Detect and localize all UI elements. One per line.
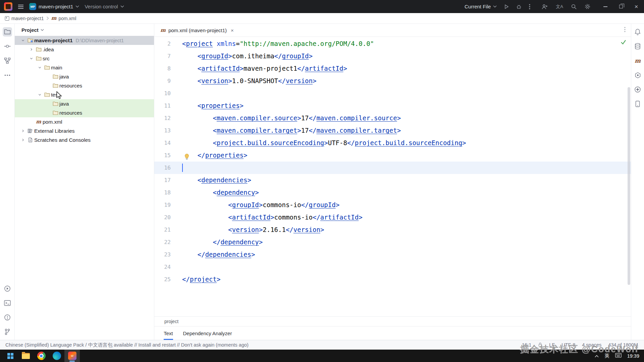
version-control-icon[interactable] — [3, 327, 12, 337]
problems-icon[interactable] — [3, 313, 12, 322]
settings-gear-icon[interactable] — [585, 4, 590, 9]
memory-indicator[interactable]: 434 of 1800M — [608, 342, 638, 348]
file-encoding[interactable]: UTF-8 — [561, 342, 575, 348]
tree-item-java[interactable]: java — [15, 72, 154, 81]
debug-button-icon[interactable] — [516, 4, 522, 9]
editor-scrollbar[interactable] — [628, 87, 630, 285]
chevron-down-icon[interactable] — [19, 38, 26, 43]
line-number: 7 — [154, 50, 182, 62]
editor-mode-tab-dependency-analyzer[interactable]: Dependency Analyzer — [183, 326, 232, 340]
code-line-21[interactable]: 21 <version>2.16.1</version> — [154, 224, 631, 236]
code-line-18[interactable]: 18 <dependency> — [154, 186, 631, 199]
chevron-right-icon[interactable] — [19, 128, 26, 134]
structure-icon[interactable] — [3, 56, 12, 65]
tree-item-test[interactable]: test — [15, 90, 154, 99]
code-line-10[interactable]: 10 — [154, 87, 631, 100]
status-message[interactable]: Chinese (Simplified) Language Pack / 中文语… — [5, 342, 249, 348]
code-line-13[interactable]: 13 <maven.compiler.target>17</maven.comp… — [154, 124, 631, 137]
commit-icon[interactable] — [3, 42, 12, 51]
notifications-icon[interactable] — [633, 27, 642, 37]
clock[interactable]: 19:39 — [627, 353, 639, 359]
code-line-20[interactable]: 20 <artifactId>commons-io</artifactId> — [154, 211, 631, 224]
more-actions-icon[interactable] — [529, 4, 530, 9]
tree-item-main[interactable]: main — [15, 63, 154, 72]
close-button[interactable]: × — [629, 0, 644, 13]
tree-item-resources[interactable]: resources — [15, 108, 154, 117]
vcs-menu[interactable]: Version control — [85, 4, 124, 9]
edge-button[interactable] — [49, 350, 64, 362]
code-line-24[interactable]: 24 — [154, 261, 631, 273]
database-icon[interactable] — [633, 42, 642, 51]
ai-assistant-icon[interactable] — [633, 85, 642, 94]
code-line-22[interactable]: 22 </dependency> — [154, 236, 631, 248]
readonly-lock-icon[interactable] — [538, 342, 542, 348]
ime-language[interactable]: 英 — [604, 353, 609, 359]
tree-item-scratches-and-consoles[interactable]: Scratches and Consoles — [15, 135, 154, 144]
code-with-me-user-icon[interactable] — [542, 4, 548, 9]
code-line-15[interactable]: 15 </properties> — [154, 149, 631, 162]
breadcrumb-file[interactable]: m pom.xml — [51, 16, 76, 21]
tree-item-external-libraries[interactable]: External Libraries — [15, 126, 154, 135]
chevron-right-icon[interactable] — [19, 137, 26, 143]
tree-item-src[interactable]: src — [15, 54, 154, 63]
minimize-button[interactable] — [598, 0, 613, 13]
project-selector[interactable]: MP maven-project1 — [29, 3, 79, 10]
code-line-23[interactable]: 23 </dependencies> — [154, 248, 631, 261]
chevron-down-icon[interactable] — [36, 65, 43, 70]
chrome-button[interactable] — [34, 350, 49, 362]
indent-setting[interactable]: 4 spaces — [582, 342, 601, 348]
code-line-7[interactable]: 7 <groupId>com.itheima</groupId> — [154, 50, 631, 62]
file-explorer-button[interactable] — [18, 350, 34, 362]
run-config-label: Current File — [465, 4, 491, 9]
code-line-2[interactable]: 2<project xmlns="http://maven.apache.org… — [154, 38, 631, 50]
code-line-17[interactable]: 17 <dependencies> — [154, 174, 631, 186]
tree-item-pom-xml[interactable]: mpom.xml — [15, 117, 154, 126]
tab-close-icon[interactable]: × — [231, 27, 234, 33]
run-button-icon[interactable] — [504, 4, 509, 9]
plugins-icon[interactable] — [633, 70, 642, 80]
code-line-11[interactable]: 11 <properties> — [154, 100, 631, 112]
breadcrumb-project[interactable]: maven-project1 — [5, 16, 44, 21]
tree-item-java[interactable]: java — [15, 99, 154, 108]
more-icon[interactable] — [3, 70, 12, 80]
tree-item-resources[interactable]: resources — [15, 81, 154, 90]
restore-button[interactable] — [613, 0, 629, 13]
device-manager-icon[interactable] — [633, 99, 642, 109]
search-icon[interactable] — [571, 4, 577, 9]
touch-keyboard-icon[interactable] — [615, 353, 622, 359]
code-line-12[interactable]: 12 <maven.compiler.source>17</maven.comp… — [154, 112, 631, 124]
translate-icon[interactable]: 文A — [556, 4, 563, 10]
main-menu-icon[interactable] — [18, 4, 24, 9]
code-line-16[interactable]: 16 — [154, 162, 631, 174]
project-icon[interactable] — [3, 27, 12, 37]
code-line-19[interactable]: 19 <groupId>commons-io</groupId> — [154, 199, 631, 211]
run-icon[interactable] — [3, 284, 12, 293]
chevron-down-icon[interactable] — [36, 92, 43, 98]
terminal-icon[interactable] — [3, 298, 12, 308]
editor-tab-pom[interactable]: m pom.xml (maven-project1) × — [154, 24, 238, 37]
tray-expand-icon[interactable] — [595, 353, 599, 359]
inspections-ok-icon[interactable] — [621, 40, 626, 46]
folder-icon — [51, 74, 59, 80]
code-editor[interactable]: 2<project xmlns="http://maven.apache.org… — [154, 37, 631, 316]
xml-breadcrumb[interactable]: project — [154, 316, 631, 326]
code-line-25[interactable]: 25</project> — [154, 273, 631, 286]
code-line-14[interactable]: 14 <project.build.sourceEncoding>UTF-8</… — [154, 137, 631, 149]
chevron-right-icon[interactable] — [28, 47, 35, 52]
explorer-icon — [22, 353, 30, 359]
code-text: <groupId>commons-io</groupId> — [182, 199, 631, 211]
intellij-taskbar-button[interactable]: IJ — [64, 350, 80, 362]
line-separator[interactable]: LF — [549, 342, 555, 348]
caret-position[interactable]: 16:1 — [522, 342, 531, 348]
project-panel-header[interactable]: Project — [15, 24, 154, 36]
code-line-8[interactable]: 8 <artifactId>maven-project1</artifactId… — [154, 62, 631, 75]
editor-options-kebab-icon[interactable] — [624, 27, 626, 34]
start-button[interactable] — [3, 350, 18, 362]
chevron-down-icon[interactable] — [28, 56, 35, 61]
maven-icon[interactable]: m — [633, 56, 642, 65]
tree-item-maven-project1[interactable]: maven-project1D:\DD\maven-project1 — [15, 36, 154, 45]
editor-mode-tab-text[interactable]: Text — [164, 326, 173, 340]
code-line-9[interactable]: 9 <version>1.0-SNAPSHOT</version> — [154, 75, 631, 87]
tree-item--idea[interactable]: .idea — [15, 45, 154, 54]
run-configuration-selector[interactable]: Current File — [465, 4, 497, 9]
